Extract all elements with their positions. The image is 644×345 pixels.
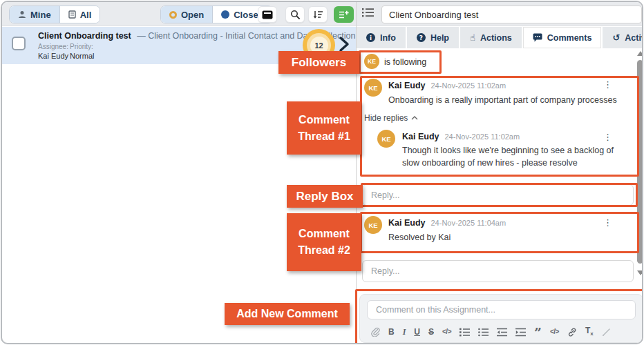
- hide-replies-toggle[interactable]: Hide replies: [364, 113, 418, 123]
- tab-activity-label: Activity: [625, 33, 643, 43]
- attachment-icon[interactable]: [371, 327, 380, 337]
- hide-replies-label: Hide replies: [364, 113, 408, 123]
- reply-avatar: KE: [377, 130, 395, 148]
- indent-icon[interactable]: [515, 328, 526, 337]
- reply-input-thread1[interactable]: [362, 184, 634, 206]
- scrollbar-thumb[interactable]: [637, 60, 643, 264]
- bullet-list-icon[interactable]: [478, 328, 489, 337]
- search-button[interactable]: [285, 6, 305, 23]
- comment-avatar: KE: [364, 216, 382, 234]
- tab-activity[interactable]: ↺ Activity: [603, 27, 643, 48]
- underline-button[interactable]: U: [414, 328, 420, 336]
- followers-text: is following: [384, 57, 426, 67]
- tab-comments-label: Comments: [547, 33, 592, 43]
- comment-menu-icon[interactable]: ⋮: [603, 217, 612, 228]
- tab-info[interactable]: i Info: [357, 27, 406, 48]
- annotation-label-thread1: Comment Thread #1: [287, 101, 361, 155]
- comment-menu-icon[interactable]: ⋮: [603, 79, 612, 90]
- chevron-right-icon[interactable]: [339, 36, 350, 52]
- open-closed-toggle: Open Closed: [160, 6, 273, 23]
- closed-status-icon: [221, 10, 229, 19]
- all-button[interactable]: All: [59, 6, 100, 23]
- add-assignment-button[interactable]: [334, 6, 354, 23]
- ordered-list-icon[interactable]: [460, 328, 470, 337]
- assignment-title-input[interactable]: [381, 6, 642, 23]
- comment-timestamp: 24-Nov-2025 11:02am: [431, 81, 506, 90]
- annotation-label-followers: Followers: [278, 51, 359, 74]
- task-title: Client Onboarding test: [38, 31, 131, 41]
- assignee-label: Assignee:: [38, 43, 68, 50]
- new-comment-input[interactable]: [367, 300, 636, 319]
- reply-author: Kai Eudy: [402, 132, 439, 141]
- comment-timestamp: 24-Nov-2025 11:04am: [431, 219, 506, 227]
- help-icon: ?: [417, 33, 426, 42]
- info-icon: i: [366, 33, 375, 42]
- formatting-toolbar: B I U S </> ” </> Tx: [371, 324, 638, 340]
- pen-icon[interactable]: [602, 328, 611, 337]
- chevron-up-icon: [411, 116, 418, 120]
- inline-code-button[interactable]: </>: [442, 328, 451, 335]
- comment-avatar: KE: [364, 79, 382, 97]
- open-filter-button[interactable]: Open: [161, 6, 212, 23]
- comment-author: Kai Eudy: [388, 81, 426, 90]
- code-block-button[interactable]: </>: [550, 328, 559, 335]
- clear-formatting-button[interactable]: Tx: [585, 326, 594, 337]
- reply-menu-icon[interactable]: ⋮: [603, 132, 612, 142]
- tab-help-label: Help: [430, 33, 449, 43]
- reply-body: Though it looks like we're beginning to …: [402, 144, 618, 169]
- add-list-icon: [339, 10, 349, 19]
- person-icon: [18, 10, 26, 19]
- mine-all-toggle: Mine All: [9, 6, 100, 23]
- reply-input-thread2[interactable]: [362, 260, 634, 282]
- tab-actions[interactable]: ☝ Actions: [460, 27, 522, 48]
- speech-bubble-icon: [533, 33, 542, 42]
- tab-bar: i Info ? Help ☝ Actions Comments ↺ Activ…: [357, 27, 643, 48]
- mine-label: Mine: [30, 10, 51, 20]
- open-status-icon: [169, 11, 177, 19]
- sort-descending-icon: [312, 10, 323, 19]
- history-icon: ↺: [612, 33, 620, 42]
- outdent-icon[interactable]: [497, 328, 507, 337]
- annotation-label-thread2: Comment Thread #2: [287, 213, 361, 271]
- board-icon: [262, 10, 273, 19]
- reply-header: Kai Eudy 24-Nov-2025 11:02am: [402, 132, 520, 141]
- scrollbar-up-arrow[interactable]: [637, 51, 643, 56]
- tab-help[interactable]: ? Help: [407, 27, 459, 48]
- link-icon[interactable]: [567, 328, 577, 337]
- scrollbar-down-arrow[interactable]: [637, 270, 643, 275]
- annotation-label-add-comment: Add New Comment: [225, 303, 350, 325]
- comment-body: Onboarding is a really important part of…: [388, 94, 617, 106]
- bold-button[interactable]: B: [388, 328, 395, 336]
- italic-button[interactable]: I: [403, 328, 406, 336]
- assignee-value: Kai Eudy: [38, 52, 68, 60]
- tab-info-label: Info: [380, 33, 396, 43]
- tab-comments[interactable]: Comments: [523, 27, 602, 48]
- follower-avatar: KE: [364, 54, 379, 69]
- priority-value: Normal: [70, 52, 94, 60]
- comment-author: Kai Eudy: [388, 218, 426, 228]
- all-label: All: [80, 10, 92, 20]
- tab-actions-label: Actions: [480, 33, 512, 43]
- comment-body: Resolved by Kai: [388, 231, 451, 244]
- sort-button[interactable]: [308, 6, 328, 23]
- document-icon: [68, 10, 76, 19]
- list-menu-icon[interactable]: [362, 8, 375, 18]
- hand-pointer-icon: ☝: [470, 33, 475, 42]
- blockquote-button[interactable]: ”: [534, 328, 542, 336]
- strikethrough-button[interactable]: S: [428, 328, 434, 336]
- board-view-button[interactable]: [258, 6, 277, 23]
- search-icon: [290, 10, 300, 19]
- annotation-label-reply: Reply Box: [287, 185, 363, 208]
- comment-header: Kai Eudy 24-Nov-2025 11:02am: [388, 81, 506, 90]
- open-label: Open: [181, 10, 204, 20]
- priority-label: Priority:: [70, 43, 93, 50]
- app-window: Mine All Open Closed Client Onboarding t…: [1, 1, 643, 344]
- reply-timestamp: 24-Nov-2025 11:02am: [445, 132, 520, 141]
- mine-button[interactable]: Mine: [10, 6, 59, 23]
- comment-header: Kai Eudy 24-Nov-2025 11:04am: [388, 218, 506, 228]
- comment-composer: B I U S </> ” </> Tx: [359, 294, 643, 343]
- task-checkbox[interactable]: [12, 37, 26, 50]
